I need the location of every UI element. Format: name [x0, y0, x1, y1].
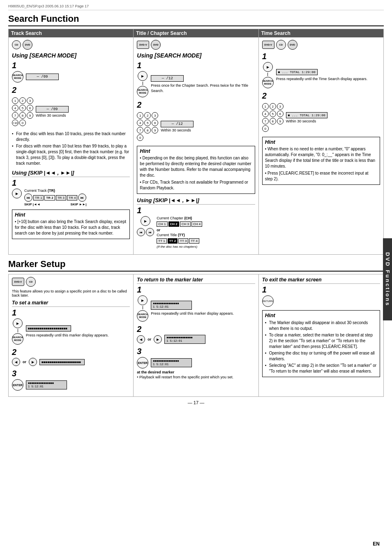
ts-step1: 1 ▶ SEARCHMODE ■ ... TOTAL 1:29:00 Press…: [262, 52, 380, 88]
return-btn[interactable]: RETURN: [262, 295, 274, 307]
next-btn-marker[interactable]: ▶: [29, 358, 37, 366]
dvd-icon: DVD: [23, 40, 32, 50]
exit-hint-box: Hint The Marker display will disappear i…: [262, 310, 380, 377]
return-marker-heading: To return to the marker later: [137, 277, 255, 284]
marker-device-icons: DVD-V CD: [12, 277, 130, 287]
return-display2: ■■■■■■■■■■■■■■■ 1 5:12:01: [164, 335, 205, 344]
play-btn-marker1[interactable]: ▶: [13, 318, 23, 328]
tr4-box: TR 4: [67, 195, 77, 200]
return-press-text: Press repeatedly until this marker displ…: [151, 311, 234, 316]
set-marker-step3-num: 3: [12, 369, 130, 378]
tc-skip-step1-num: 1: [137, 206, 255, 214]
return-step3-sub: • Playback will restart from the specifi…: [137, 375, 255, 379]
ts-step2-num: 2: [262, 92, 380, 100]
return-display3: ■■■■■■■■■■■■■■■ 1 5:12:01: [151, 358, 192, 367]
marker-display3: ■■■■■■■■■■■■■■■ 1 5:12:01: [26, 380, 67, 389]
skip-next-btn-tc[interactable]: ⏭: [146, 228, 154, 236]
ts-hint-text2: • Press [CLEAR/C.RESET] to erase the inc…: [265, 170, 377, 182]
ts-press-text: Press repeatedly until the Time Search d…: [276, 76, 368, 82]
tc-step1-num: 1: [137, 61, 255, 69]
title-row: TT 1 TT 2 TT 3 TT 4: [157, 238, 202, 244]
prev-btn-return[interactable]: ◀: [137, 335, 145, 343]
play-btn-tc[interactable]: ▶: [138, 71, 148, 81]
search-mode-btn-return[interactable]: SEARCHMODE: [137, 310, 148, 322]
play-btn-tc-skip[interactable]: ▶: [141, 216, 150, 226]
tt3-box: TT 3: [178, 238, 188, 244]
exit-hint-bullets: The Marker display will disappear in abo…: [265, 320, 377, 374]
ts-hint-text1: • When there is no need to enter a numbe…: [265, 146, 377, 169]
ts-numpad: 1 2 3 4 5 6 7 8 9 0: [262, 103, 284, 132]
ch4-box: CH 4: [191, 221, 202, 227]
track-hint-title: Hint: [15, 212, 127, 218]
marker-press-text: Press repeatedly until this marker displ…: [26, 333, 109, 338]
search-mode-btn-tc[interactable]: SEARCHMODE: [137, 86, 148, 97]
skip-prev-btn-tc[interactable]: ⏮: [137, 228, 145, 236]
page-number: — 17 —: [8, 400, 384, 405]
track-within-text: Within 30 seconds: [36, 113, 69, 117]
set-marker-step2-num: 2: [12, 348, 130, 356]
ts-hint-title: Hint: [265, 139, 377, 145]
ts-device-icons: DVD-V CD DVD: [262, 40, 380, 50]
tc-press-text: Press once for the Chapter Search. Press…: [151, 83, 255, 93]
search-mode-btn-1[interactable]: SEARCHMODE: [12, 71, 23, 83]
dvd-functions-bar: DVD Functions: [383, 238, 392, 320]
exit-marker-heading: To exit the marker screen: [262, 277, 380, 284]
exit-hint-bullet-2: To clear a marker, select the marker to …: [265, 332, 377, 350]
tc-step2: 2 1 2 3 4 5 6 7 8 9 0 — /1: [137, 101, 255, 143]
cd2-icon: CD: [276, 40, 286, 50]
prev-btn-marker[interactable]: ◀: [12, 358, 20, 366]
cd3-icon: CD: [26, 277, 36, 287]
skip-fwd-label: SKIP ►►|: [71, 203, 87, 206]
set-marker-step2: 2 ◀ or ▶ ■■■■■■■■■■■■■■■■■■■■: [12, 348, 130, 366]
en-label: EN: [373, 541, 380, 547]
ch1-box: CH 1: [157, 221, 167, 227]
ts-hint-box: Hint • When there is no need to enter a …: [262, 137, 380, 185]
ts-display1: ■ ... TOTAL 1:29:00: [276, 69, 318, 75]
set-marker-step1: 1 ▶ SEARCHMODE ■■■■■■■■■■■■■■■■■■■■ Pres…: [12, 309, 130, 345]
return-step3-text: at the desired marker: [137, 370, 255, 374]
tc-numpad: 1 2 3 4 5 6 7 8 9 0: [137, 112, 158, 141]
header-text: H9805UD_EN/SP.qx3 2005.06.10 15:17 Page …: [8, 4, 89, 8]
play-btn-ts[interactable]: ▶: [263, 62, 273, 72]
tc-display2: — /12: [161, 121, 194, 127]
track-bullet-2: For discs with more than 10 but less tha…: [12, 143, 130, 166]
search-mode-btn-ts[interactable]: SEARCHMODE: [262, 77, 274, 88]
skip-prev-btn[interactable]: ⏮: [24, 193, 32, 202]
next-btn-return[interactable]: ▶: [154, 335, 162, 343]
return-step1-num: 1: [137, 286, 255, 294]
track-hint-text: • [+10] button can also bring the Track …: [15, 219, 127, 236]
enter-btn-return[interactable]: ENTER: [137, 357, 148, 368]
dvdv2-icon: DVD-V: [262, 41, 274, 49]
tr1-box: TR 1: [33, 195, 44, 200]
ch2-box: CH 2: [168, 221, 179, 227]
tc-skip-heading: Using [SKIP |◄◄ , ►►|]: [137, 197, 255, 205]
dvdv-icon: DVD-V: [137, 41, 149, 49]
return-display1: ■■■■■■■■■■■■■■■ 1 5:12:01: [151, 301, 192, 310]
ts-step2: 2 1 2 3 4 5 6 7 8 9 0 ■ ..: [262, 92, 380, 134]
cd-icon: CD: [12, 40, 21, 49]
search-section: Track Search CD DVD Using [SEARCH MODE] …: [8, 29, 384, 255]
dvdv3-icon: DVD-V: [12, 278, 24, 286]
track-device-icons: CD DVD: [12, 40, 130, 50]
return-step2: 2 ◀ or ▶ ■■■■■■■■■■■■■■■ 1 5:12:01: [137, 325, 255, 344]
current-track-label: Current Track (TR): [24, 189, 86, 193]
track-bullet-1: For the disc with less than 10 tracks, p…: [12, 131, 130, 143]
search-function-title: Search Function: [8, 14, 384, 26]
page-wrapper: H9805UD_EN/SP.qx3 2005.06.10 15:17 Page …: [0, 0, 392, 555]
skip-back-label: SKIP |◄◄: [24, 203, 40, 206]
return-step2-num: 2: [137, 325, 255, 333]
tc-hint-title: Hint: [140, 148, 252, 154]
play-btn-return[interactable]: ▶: [138, 295, 148, 305]
exit-hint-title: Hint: [265, 312, 377, 318]
skip-next-btn[interactable]: ⏭: [78, 193, 86, 202]
tt2-box: TT 2: [168, 238, 178, 244]
enter-btn-marker[interactable]: ENTER: [12, 379, 23, 391]
play-btn-track[interactable]: ▶: [12, 189, 22, 198]
track-step2: 2 1 2 3 4 5 6 7 8 9 +10: [12, 86, 130, 128]
search-mode-btn-marker[interactable]: SEARCHMODE: [12, 333, 23, 345]
track-display2: — /09: [36, 106, 69, 113]
title-chapter-header: Title / Chapter Search: [134, 29, 258, 37]
tc-mode-label: Using [SEARCH MODE]: [137, 52, 255, 59]
tc-hint-box: Hint • Depending on the disc being playe…: [137, 146, 255, 194]
exit-hint-bullet-4: Selecting "AC" at step 2) in the section…: [265, 363, 377, 374]
